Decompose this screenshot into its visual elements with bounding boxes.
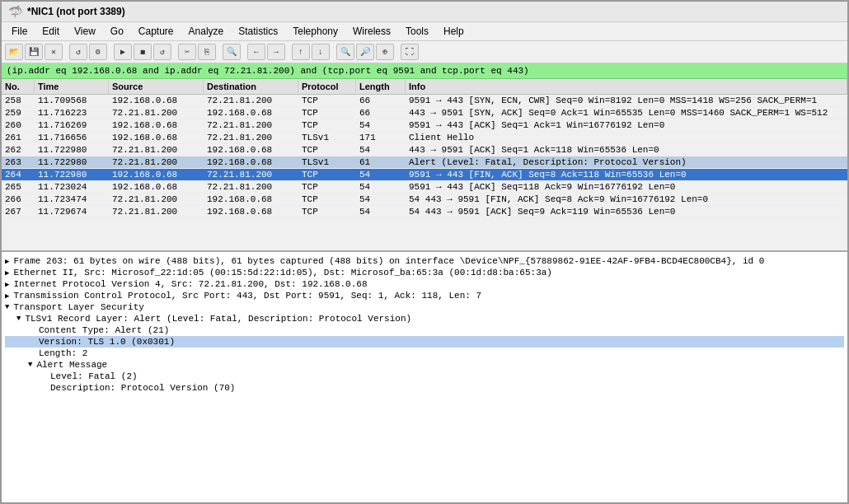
- packet-row[interactable]: 25811.709568192.168.0.6872.21.81.200TCP6…: [2, 95, 847, 107]
- detail-line: Level: Fatal (2): [5, 371, 844, 382]
- detail-text: Version: TLS 1.0 (0x0301): [39, 337, 175, 347]
- expand-arrow-icon[interactable]: ▶: [5, 280, 9, 289]
- packet-row[interactable]: 26611.72347472.21.81.200192.168.0.68TCP5…: [2, 194, 847, 206]
- packet-cell-length: 54: [356, 181, 406, 193]
- col-header-protocol: Protocol: [298, 80, 356, 93]
- packet-cell-time: 11.716223: [35, 107, 109, 119]
- detail-line: Content Type: Alert (21): [5, 324, 844, 336]
- menu-bar: FileEditViewGoCaptureAnalyzeStatisticsTe…: [2, 22, 847, 41]
- packet-cell-no: 263: [2, 156, 35, 168]
- detail-text: Alert Message: [36, 360, 107, 370]
- packet-cell-time: 11.722980: [35, 169, 109, 180]
- zoom-in-button[interactable]: 🔍: [336, 44, 354, 60]
- packet-row[interactable]: 26411.722980192.168.0.6872.21.81.200TCP5…: [2, 169, 847, 181]
- packet-cell-length: 54: [356, 144, 406, 156]
- packet-cell-destination: 192.168.0.68: [204, 144, 298, 156]
- packet-cell-time: 11.722980: [35, 156, 109, 168]
- packet-cell-destination: 72.21.81.200: [204, 132, 298, 143]
- detail-text: TLSv1 Record Layer: Alert (Level: Fatal,…: [25, 314, 411, 324]
- save-button[interactable]: 💾: [25, 44, 43, 60]
- title-bar: 🦈 *NIC1 (not port 3389): [2, 2, 847, 22]
- detail-line: Length: 2: [5, 348, 844, 359]
- packet-cell-destination: 72.21.81.200: [204, 181, 298, 193]
- find-button[interactable]: 🔍: [223, 44, 241, 60]
- packet-cell-source: 72.21.81.200: [109, 144, 204, 156]
- detail-text: Level: Fatal (2): [50, 371, 138, 381]
- packet-cell-length: 54: [356, 194, 406, 205]
- next-packet-button[interactable]: ↓: [312, 44, 330, 60]
- packet-cell-destination: 72.21.81.200: [204, 169, 298, 180]
- detail-line: ▼ TLSv1 Record Layer: Alert (Level: Fata…: [5, 313, 844, 324]
- menu-item-capture[interactable]: Capture: [132, 24, 181, 39]
- menu-item-telephony[interactable]: Telephony: [286, 24, 345, 39]
- packet-list: No.TimeSourceDestinationProtocolLengthIn…: [2, 79, 847, 252]
- packet-cell-length: 54: [356, 119, 406, 131]
- expand-arrow-icon[interactable]: ▼: [28, 361, 32, 369]
- menu-item-tools[interactable]: Tools: [399, 24, 435, 39]
- packet-cell-length: 66: [356, 107, 406, 119]
- packet-cell-info: Alert (Level: Fatal, Description: Protoc…: [406, 156, 847, 168]
- fullscreen-button[interactable]: ⛶: [401, 44, 419, 60]
- zoom-reset-button[interactable]: ⊕: [376, 44, 394, 60]
- menu-item-go[interactable]: Go: [104, 24, 130, 39]
- packet-cell-source: 72.21.81.200: [109, 107, 204, 119]
- packet-row[interactable]: 26311.72298072.21.81.200192.168.0.68TLSv…: [2, 156, 847, 169]
- menu-item-analyze[interactable]: Analyze: [182, 24, 231, 39]
- packet-cell-no: 267: [2, 206, 35, 217]
- restart-button[interactable]: ↺: [153, 44, 171, 60]
- detail-text: Frame 263: 61 bytes on wire (488 bits), …: [13, 256, 764, 266]
- title-icon: 🦈: [8, 5, 22, 18]
- cut-button[interactable]: ✂: [178, 44, 196, 60]
- packet-cell-source: 192.168.0.68: [109, 132, 204, 143]
- menu-item-edit[interactable]: Edit: [35, 24, 66, 39]
- col-header-source: Source: [109, 80, 204, 93]
- detail-line: Version: TLS 1.0 (0x0301): [5, 336, 844, 348]
- go-forward-button[interactable]: →: [267, 44, 285, 60]
- packet-cell-length: 66: [356, 95, 406, 106]
- zoom-out-button[interactable]: 🔎: [356, 44, 374, 60]
- packet-row[interactable]: 26111.716656192.168.0.6872.21.81.200TLSv…: [2, 132, 847, 144]
- packet-cell-length: 171: [356, 132, 406, 143]
- open-button[interactable]: 📂: [5, 44, 23, 60]
- menu-item-view[interactable]: View: [68, 24, 102, 39]
- col-header-time: Time: [35, 80, 109, 93]
- packet-cell-protocol: TCP: [298, 169, 356, 180]
- packet-cell-no: 265: [2, 181, 35, 193]
- stop-button[interactable]: ◼: [134, 44, 152, 60]
- copy-button[interactable]: ⎘: [198, 44, 216, 60]
- expand-arrow-icon[interactable]: ▶: [5, 292, 9, 301]
- packet-cell-protocol: TLSv1: [298, 132, 356, 143]
- col-header-destination: Destination: [204, 80, 298, 93]
- detail-line: ▶ Transmission Control Protocol, Src Por…: [5, 290, 844, 301]
- packet-cell-length: 61: [356, 156, 406, 168]
- packet-cell-time: 11.716656: [35, 132, 109, 143]
- packet-row[interactable]: 26011.716269192.168.0.6872.21.81.200TCP5…: [2, 119, 847, 132]
- menu-item-file[interactable]: File: [5, 24, 34, 39]
- expand-arrow-icon[interactable]: ▼: [5, 303, 9, 311]
- options-button[interactable]: ⚙: [89, 44, 107, 60]
- packet-cell-protocol: TCP: [298, 181, 356, 193]
- prev-packet-button[interactable]: ↑: [292, 44, 310, 60]
- reload-button[interactable]: ↺: [69, 44, 87, 60]
- close-file-button[interactable]: ✕: [45, 44, 63, 60]
- go-back-button[interactable]: ←: [247, 44, 265, 60]
- packet-cell-time: 11.722980: [35, 144, 109, 156]
- filter-text: (ip.addr eq 192.168.0.68 and ip.addr eq …: [7, 66, 529, 76]
- expand-arrow-icon[interactable]: ▶: [5, 257, 9, 266]
- packet-row[interactable]: 26711.72967472.21.81.200192.168.0.68TCP5…: [2, 206, 847, 218]
- menu-item-statistics[interactable]: Statistics: [232, 24, 284, 39]
- packet-cell-destination: 192.168.0.68: [204, 194, 298, 205]
- packet-list-header: No.TimeSourceDestinationProtocolLengthIn…: [2, 79, 847, 95]
- menu-item-help[interactable]: Help: [437, 24, 471, 39]
- start-button[interactable]: ▶: [114, 44, 132, 60]
- packet-row[interactable]: 26211.72298072.21.81.200192.168.0.68TCP5…: [2, 144, 847, 156]
- detail-line: ▶ Frame 263: 61 bytes on wire (488 bits)…: [5, 255, 844, 267]
- expand-arrow-icon[interactable]: ▶: [5, 268, 9, 278]
- packet-row[interactable]: 25911.71622372.21.81.200192.168.0.68TCP6…: [2, 107, 847, 119]
- packet-cell-source: 192.168.0.68: [109, 119, 204, 131]
- packet-cell-no: 260: [2, 119, 35, 131]
- packet-cell-info: 9591 → 443 [ACK] Seq=1 Ack=1 Win=1677619…: [406, 119, 847, 131]
- packet-row[interactable]: 26511.723024192.168.0.6872.21.81.200TCP5…: [2, 181, 847, 194]
- expand-arrow-icon[interactable]: ▼: [16, 315, 21, 323]
- menu-item-wireless[interactable]: Wireless: [346, 24, 397, 39]
